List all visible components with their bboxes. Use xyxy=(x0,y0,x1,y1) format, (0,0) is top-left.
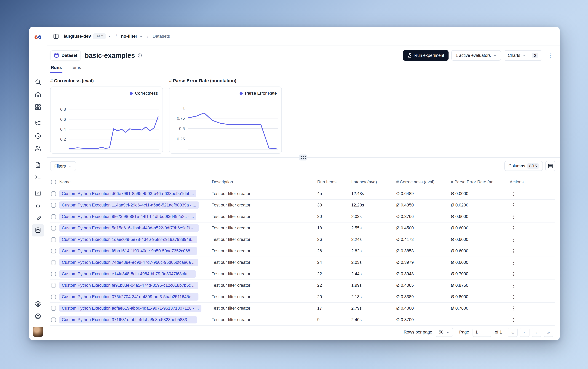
run-name-link[interactable]: Custom Python Execution 5a15a616-1bab-44… xyxy=(59,224,199,232)
breadcrumb-org[interactable]: langfuse-dev Team xyxy=(64,33,111,39)
legend-label: Correctness xyxy=(135,91,158,96)
active-evaluators-button[interactable]: 1 active evaluators xyxy=(451,50,501,61)
sidebar-playground-icon[interactable] xyxy=(34,173,42,182)
run-items-value: 45 xyxy=(315,191,349,196)
sidebar-dashboard-icon[interactable] xyxy=(34,103,42,112)
latency-value: 2.24s xyxy=(349,237,394,242)
sidebar-users-icon[interactable] xyxy=(34,144,42,153)
rows-per-page-select[interactable]: 50 xyxy=(436,328,453,337)
row-actions-kebab-icon[interactable]: ⋮ xyxy=(510,282,518,289)
column-header-parse-error: # Parse Error Rate (an... xyxy=(449,180,506,184)
parse-error-value: Ø 0.8000 xyxy=(449,294,506,299)
breadcrumb-project[interactable]: no-filter xyxy=(121,34,143,39)
row-actions-kebab-icon[interactable]: ⋮ xyxy=(510,305,518,312)
sidebar-datasets-icon[interactable] xyxy=(32,224,44,236)
row-actions-kebab-icon[interactable]: ⋮ xyxy=(510,316,518,324)
row-actions-kebab-icon[interactable]: ⋮ xyxy=(510,224,518,232)
latency-value: 2.79s xyxy=(349,306,394,311)
sidebar-toggle-icon[interactable] xyxy=(52,32,60,40)
row-checkbox[interactable] xyxy=(51,272,56,276)
row-actions-kebab-icon[interactable]: ⋮ xyxy=(510,247,518,255)
row-checkbox[interactable] xyxy=(51,318,56,322)
run-experiment-button[interactable]: Run experiment xyxy=(403,50,449,61)
run-items-value: 17 xyxy=(315,306,349,311)
sidebar-insights-icon[interactable] xyxy=(34,202,42,211)
run-name-link[interactable]: Custom Python Execution 74de488e-ec9d-47… xyxy=(59,259,198,266)
sidebar-search-icon[interactable] xyxy=(34,78,42,86)
divider xyxy=(529,53,529,58)
run-name-link[interactable]: Custom Python Execution fe91b83e-04a5-47… xyxy=(59,282,198,289)
page-of-label: of 1 xyxy=(495,330,502,335)
run-name-link[interactable]: Custom Python Execution 371f531c-abff-4d… xyxy=(59,316,197,323)
charts-button[interactable]: Charts 2 xyxy=(504,50,542,61)
table-row: Custom Python Execution 5a15a616-1bab-44… xyxy=(50,223,555,234)
row-checkbox[interactable] xyxy=(51,306,56,311)
row-actions-kebab-icon[interactable]: ⋮ xyxy=(510,236,518,244)
next-page-button[interactable]: › xyxy=(532,328,541,337)
run-description: Test our filter creator xyxy=(207,303,315,314)
sidebar-settings-icon[interactable] xyxy=(34,299,42,308)
rows-icon xyxy=(548,163,553,169)
sidebar-sessions-icon[interactable] xyxy=(34,132,42,140)
tab-items[interactable]: Items xyxy=(70,63,82,73)
row-checkbox[interactable] xyxy=(51,283,56,288)
page-number-input[interactable] xyxy=(472,328,491,337)
breadcrumb-section[interactable]: Datasets xyxy=(153,34,170,39)
run-description: Test our filter creator xyxy=(207,211,315,222)
sidebar-annotation-icon[interactable] xyxy=(34,215,42,224)
row-actions-kebab-icon[interactable]: ⋮ xyxy=(510,190,518,198)
table-row: Custom Python Execution adfae619-abb0-4d… xyxy=(50,303,555,314)
latency-value: 2.40s xyxy=(349,317,394,322)
run-items-value: 30 xyxy=(315,214,349,219)
row-checkbox[interactable] xyxy=(51,295,56,299)
row-checkbox[interactable] xyxy=(51,191,56,196)
row-checkbox[interactable] xyxy=(51,226,56,231)
row-checkbox[interactable] xyxy=(51,203,56,208)
row-checkbox[interactable] xyxy=(51,249,56,253)
database-icon xyxy=(54,53,59,58)
select-all-checkbox[interactable] xyxy=(51,180,56,184)
run-name-link[interactable]: Custom Python Execution e14fa348-5cfc-49… xyxy=(59,270,196,278)
previous-page-button[interactable]: ‹ xyxy=(520,328,529,337)
project-name: no-filter xyxy=(121,34,137,39)
columns-button[interactable]: Columns 8/15 xyxy=(504,161,543,171)
run-description: Test our filter creator xyxy=(207,223,315,234)
row-actions-kebab-icon[interactable]: ⋮ xyxy=(510,270,518,278)
row-checkbox[interactable] xyxy=(51,237,56,242)
run-description: Test our filter creator xyxy=(207,234,315,245)
filters-button[interactable]: Filters xyxy=(50,161,76,171)
more-actions-button[interactable]: ⋮ xyxy=(545,50,555,61)
row-checkbox[interactable] xyxy=(51,214,56,219)
sidebar-home-icon[interactable] xyxy=(34,90,42,99)
sidebar-support-icon[interactable] xyxy=(34,312,42,321)
run-name-link[interactable]: Custom Python Execution f6bb1614-1f90-40… xyxy=(59,247,197,255)
run-name-link[interactable]: Custom Python Execution 9fe23f98-881e-44… xyxy=(59,213,196,220)
sidebar-evaluation-icon[interactable] xyxy=(34,189,42,198)
rows-per-page-value: 50 xyxy=(439,330,443,335)
user-avatar[interactable] xyxy=(33,327,43,337)
info-icon[interactable] xyxy=(137,53,142,58)
run-name-link[interactable]: Custom Python Execution adfae619-abb0-4d… xyxy=(59,305,201,312)
tab-runs[interactable]: Runs xyxy=(50,63,62,73)
row-actions-kebab-icon[interactable]: ⋮ xyxy=(510,293,518,301)
langfuse-logo-icon xyxy=(33,33,42,42)
parse-error-value: Ø 0.7600 xyxy=(449,306,506,311)
sidebar-prompts-icon[interactable] xyxy=(34,161,42,169)
row-actions-kebab-icon[interactable]: ⋮ xyxy=(510,213,518,221)
row-height-button[interactable] xyxy=(545,161,555,171)
row-checkbox[interactable] xyxy=(51,260,56,265)
run-name-link[interactable]: Custom Python Execution 076b2704-341d-48… xyxy=(59,293,198,300)
svg-text:0.6: 0.6 xyxy=(60,117,66,122)
sidebar-tracing-icon[interactable] xyxy=(34,119,42,128)
run-name-link[interactable]: Custom Python Execution d66e7991-8595-45… xyxy=(59,190,196,197)
run-name-link[interactable]: Custom Python Execution 1daec0f9-5e78-43… xyxy=(59,236,197,243)
last-page-button[interactable]: » xyxy=(544,328,553,337)
row-actions-kebab-icon[interactable]: ⋮ xyxy=(510,201,518,209)
run-items-value: 24 xyxy=(315,260,349,265)
row-actions-kebab-icon[interactable]: ⋮ xyxy=(510,259,518,266)
run-name-link[interactable]: Custom Python Execution 114aa9ef-29e6-4e… xyxy=(59,201,199,209)
first-page-button[interactable]: « xyxy=(508,328,518,337)
drag-handle[interactable] xyxy=(299,154,307,161)
table-row: Custom Python Execution 9fe23f98-881e-44… xyxy=(50,211,555,223)
charts-label: Charts xyxy=(508,53,520,58)
